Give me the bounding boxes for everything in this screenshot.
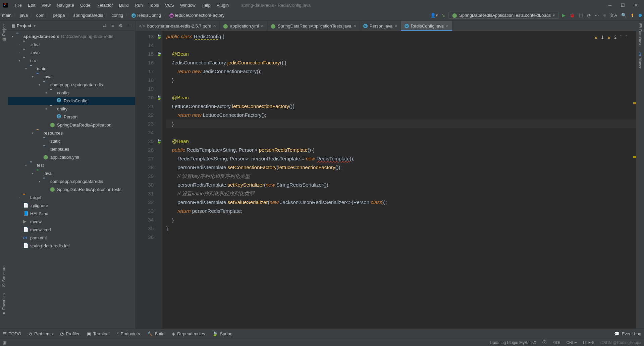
tree-item[interactable]: 📄spring-data-redis.iml: [8, 242, 135, 250]
bottom-todo[interactable]: ☰TODO: [3, 331, 21, 336]
tree-item[interactable]: ▾java: [8, 72, 135, 81]
hammer-icon[interactable]: ↘: [441, 13, 445, 18]
hide-icon[interactable]: —: [127, 23, 132, 28]
bottom-problems[interactable]: ⊘Problems: [29, 331, 53, 336]
inspection-widget[interactable]: ▲1 ▲2 ˄ ˅: [594, 33, 627, 42]
menu-code[interactable]: Code: [78, 2, 93, 8]
tree-item[interactable]: CRedisConfig: [8, 97, 135, 105]
tree-item[interactable]: ▾main: [8, 64, 135, 72]
bottom-profiler[interactable]: ◔Profiler: [60, 331, 79, 336]
breadcrumb-item[interactable]: mlettuceConnectionFactory: [169, 13, 224, 18]
chevron-down-icon[interactable]: ▾: [34, 23, 36, 28]
coverage-icon[interactable]: ⬚: [579, 13, 583, 18]
bottom-endpoints[interactable]: ⟟Endpoints: [117, 331, 140, 337]
tree-item[interactable]: ›target: [8, 193, 135, 201]
stop-icon[interactable]: ■: [603, 13, 606, 18]
tree-item[interactable]: 📄mvnw.cmd: [8, 226, 135, 234]
menu-file[interactable]: File: [12, 2, 24, 8]
close-tab-icon[interactable]: ×: [446, 23, 448, 29]
breadcrumb-item[interactable]: peppa: [53, 13, 65, 18]
tree-item[interactable]: ▾com.peppa.springdataredis: [8, 81, 135, 89]
tree-item[interactable]: mpom.xml: [8, 234, 135, 242]
error-stripe-mark[interactable]: [633, 102, 636, 104]
breadcrumb-item[interactable]: java: [20, 13, 28, 18]
tree-item[interactable]: ⬤application.yml: [8, 153, 135, 161]
menu-vcs[interactable]: VCS: [163, 2, 176, 8]
breadcrumb-item[interactable]: CRedisConfig: [131, 13, 161, 18]
bottom-terminal[interactable]: ▣Terminal: [87, 331, 109, 336]
editor-tab[interactable]: ⬤SpringDataRedisApplicationTests.java×: [267, 21, 360, 31]
background-task[interactable]: Updating Plugin MyBatisX: [490, 340, 536, 345]
line-separator[interactable]: CRLF: [566, 340, 577, 345]
menu-run[interactable]: Run: [132, 2, 145, 8]
tree-item[interactable]: templates: [8, 145, 135, 153]
breadcrumb-item[interactable]: config: [112, 13, 123, 18]
menu-navigate[interactable]: Navigate: [54, 2, 76, 8]
run-icon[interactable]: ▶: [562, 13, 566, 18]
close-tab-icon[interactable]: ×: [354, 23, 356, 29]
menu-refactor[interactable]: Refactor: [94, 2, 115, 8]
breadcrumb-item[interactable]: main: [2, 13, 11, 18]
user-icon[interactable]: 👤▾: [430, 13, 438, 18]
tool-database[interactable]: 🗄Database: [638, 23, 642, 46]
tool-maven[interactable]: mMaven: [638, 52, 642, 69]
menu-plugin[interactable]: Plugin: [214, 2, 231, 8]
close-icon[interactable]: ✕: [634, 3, 638, 8]
bottom-spring[interactable]: 🍃Spring: [212, 331, 232, 336]
editor-tab[interactable]: CRedisConfig.java×: [401, 21, 452, 31]
profile-icon[interactable]: ◔: [587, 13, 591, 18]
menu-tools[interactable]: Tools: [147, 2, 161, 8]
tree-item[interactable]: ▾entity: [8, 105, 135, 113]
maximize-icon[interactable]: ☐: [621, 3, 625, 8]
tree-item[interactable]: ›.mvn: [8, 48, 135, 56]
project-tree[interactable]: ▾spring-data-redisD:\Codes\spring-data-r…: [8, 31, 135, 329]
tree-item[interactable]: static: [8, 137, 135, 145]
tree-item[interactable]: 📘HELP.md: [8, 209, 135, 217]
tree-item[interactable]: ⬤SpringDataRedisApplication: [8, 121, 135, 129]
menu-build[interactable]: Build: [117, 2, 131, 8]
tree-item[interactable]: ▾src: [8, 56, 135, 64]
search-icon[interactable]: 🔍: [621, 13, 627, 18]
menu-edit[interactable]: Edit: [25, 2, 38, 8]
menu-view[interactable]: View: [39, 2, 53, 8]
minimize-icon[interactable]: ─: [608, 3, 611, 8]
file-encoding[interactable]: UTF-8: [583, 340, 594, 345]
cursor-position[interactable]: 23:6: [552, 340, 560, 345]
menu-help[interactable]: Help: [199, 2, 213, 8]
tree-item[interactable]: ▾config: [8, 89, 135, 97]
run-configuration-selector[interactable]: ⬤ SpringDataRedisApplicationTests.contex…: [448, 12, 559, 19]
tool-structure[interactable]: ⦿Structure: [2, 265, 6, 287]
tree-item[interactable]: ▾com.peppa.springdataredis: [8, 177, 135, 185]
tree-item[interactable]: ▾java: [8, 169, 135, 177]
avatar-icon[interactable]: ⬣: [638, 13, 642, 18]
close-tab-icon[interactable]: ×: [213, 23, 216, 29]
chevron-down-icon[interactable]: ˅: [625, 33, 627, 42]
tree-item[interactable]: 📄.gitignore: [8, 201, 135, 209]
tool-project[interactable]: ▦Project: [2, 23, 6, 42]
tree-item[interactable]: ›.idea: [8, 40, 135, 48]
close-tab-icon[interactable]: ×: [394, 23, 397, 29]
error-stripe-mark[interactable]: [633, 156, 636, 158]
select-opened-icon[interactable]: ⇄: [103, 23, 107, 28]
editor-tab[interactable]: ⬤application.yml×: [220, 21, 267, 31]
breadcrumb-item[interactable]: com: [36, 13, 45, 18]
breadcrumb-item[interactable]: springdataredis: [73, 13, 103, 18]
code-editor[interactable]: 1314151617181920212223242526272829303132…: [136, 31, 636, 329]
tree-item[interactable]: ▾spring-data-redisD:\Codes\spring-data-r…: [8, 32, 135, 40]
tool-windows-icon[interactable]: ▣: [3, 340, 6, 345]
tree-item[interactable]: ▶mvnw: [8, 217, 135, 226]
chevron-up-icon[interactable]: ˄: [620, 33, 622, 42]
tool-favorites[interactable]: ★Favorites: [2, 293, 6, 316]
tree-item[interactable]: ▾test: [8, 161, 135, 169]
close-tab-icon[interactable]: ×: [261, 23, 264, 29]
gear-icon[interactable]: ⚙: [119, 23, 123, 28]
attach-icon[interactable]: ⋯: [595, 13, 599, 18]
bottom-build[interactable]: 🔨Build: [147, 331, 164, 336]
code-content[interactable]: public class RedisConfig { @Bean JedisCo…: [162, 31, 636, 329]
expand-all-icon[interactable]: ≡: [111, 23, 114, 28]
tree-item[interactable]: ⬤SpringDataRedisApplicationTests: [8, 185, 135, 193]
tree-item[interactable]: CPerson: [8, 113, 135, 121]
tree-item[interactable]: ▾resources: [8, 129, 135, 137]
cancel-task-icon[interactable]: ⓧ: [542, 340, 546, 345]
menu-window[interactable]: Window: [178, 2, 198, 8]
